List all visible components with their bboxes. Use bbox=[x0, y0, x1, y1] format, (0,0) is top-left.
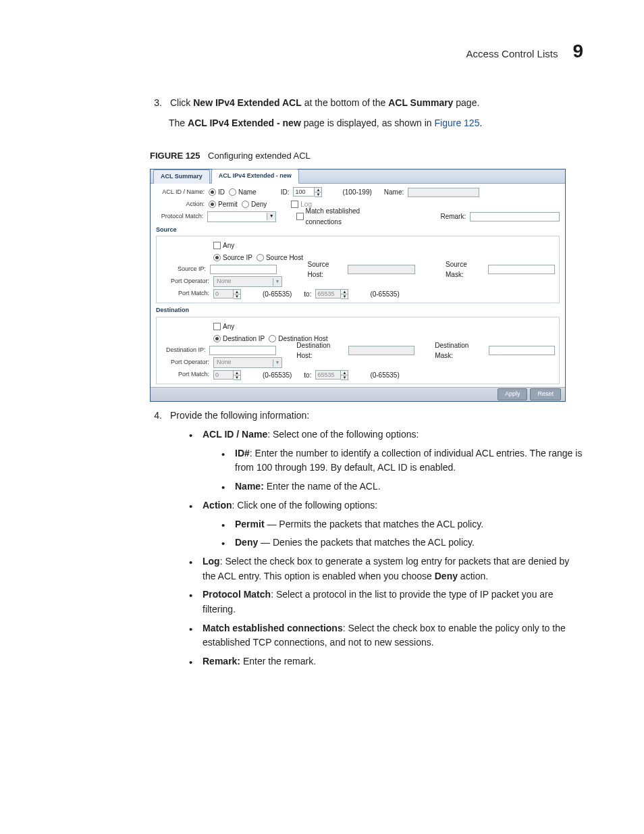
select-protocol[interactable]: ▼ bbox=[207, 211, 276, 222]
tab-acl-summary[interactable]: ACL Summary bbox=[153, 170, 210, 184]
checkbox-icon bbox=[213, 323, 221, 330]
apply-button[interactable]: Apply bbox=[498, 388, 528, 400]
radio-dot-icon bbox=[213, 335, 221, 342]
destination-host-input[interactable] bbox=[348, 346, 414, 355]
radio-dot-icon bbox=[213, 254, 221, 261]
label-source-host: Source Host: bbox=[308, 259, 344, 280]
chevron-down-icon: ▼ bbox=[273, 278, 281, 286]
page-header-number: 9 bbox=[572, 41, 583, 62]
label-destination-ip: Destination IP: bbox=[161, 346, 205, 355]
id-stepper[interactable]: 100 ▲▼ bbox=[293, 187, 322, 197]
select-destination-port-operator[interactable]: None▼ bbox=[213, 357, 282, 368]
destination-port-low-stepper[interactable]: 0▲▼ bbox=[213, 370, 241, 380]
radio-destination-ip[interactable]: Destination IP bbox=[213, 334, 265, 344]
label-source-mask: Source Mask: bbox=[446, 259, 484, 280]
radio-dot-icon bbox=[209, 188, 216, 196]
radio-dot-icon bbox=[229, 188, 236, 196]
step-number: 4. bbox=[150, 409, 162, 423]
page-header-title: Access Control Lists bbox=[466, 48, 558, 59]
radio-dot-icon bbox=[242, 201, 249, 208]
source-ip-input[interactable] bbox=[210, 265, 277, 274]
label-name: Name: bbox=[384, 187, 404, 198]
row-protocol-match: Protocol Match: ▼ Match established conn… bbox=[156, 211, 560, 223]
select-source-port-operator[interactable]: None▼ bbox=[213, 276, 282, 287]
source-port-high-stepper[interactable]: 65535▲▼ bbox=[315, 289, 348, 299]
source-host-input[interactable] bbox=[348, 265, 414, 274]
label-destination-port-operator: Port Operator: bbox=[161, 358, 209, 367]
radio-id[interactable]: ID bbox=[209, 187, 225, 198]
checkbox-icon bbox=[296, 213, 304, 220]
destination-port-high-stepper[interactable]: 65535▲▼ bbox=[315, 370, 348, 380]
radio-dot-icon bbox=[269, 335, 276, 342]
list-item: Remark: Enter the remark. bbox=[189, 654, 583, 669]
fieldset-destination: Any Destination IP Destination Host Dest… bbox=[156, 317, 560, 384]
chevron-down-icon: ▼ bbox=[267, 213, 275, 220]
radio-permit[interactable]: Permit bbox=[209, 199, 238, 210]
spinner-arrows-icon[interactable]: ▲▼ bbox=[315, 187, 322, 197]
acl-form-screenshot: ACL Summary ACL IPv4 Extended - new ACL … bbox=[150, 169, 566, 402]
radio-dot-icon bbox=[257, 254, 264, 261]
step-text: Click New IPv4 Extended ACL at the botto… bbox=[170, 96, 479, 111]
label-destination-mask: Destination Mask: bbox=[435, 340, 484, 361]
list-item: Action: Click one of the following optio… bbox=[189, 498, 583, 550]
remark-input[interactable] bbox=[470, 212, 560, 221]
id-range: (100-199) bbox=[342, 187, 371, 198]
destination-mask-input[interactable] bbox=[489, 346, 555, 355]
step-number: 3. bbox=[150, 96, 162, 111]
list-item: ID#: Enter the number to identify a coll… bbox=[221, 446, 583, 475]
label-acl-id-name: ACL ID / Name: bbox=[156, 188, 205, 197]
radio-source-host[interactable]: Source Host bbox=[257, 253, 303, 263]
step-4: 4. Provide the following information: bbox=[150, 409, 583, 423]
legend-destination: Destination bbox=[156, 306, 560, 315]
figure-link[interactable]: Figure 125 bbox=[434, 118, 479, 128]
step-text: Provide the following information: bbox=[170, 409, 309, 423]
step-3-sub: The ACL IPv4 Extended - new page is disp… bbox=[169, 116, 583, 131]
spinner-arrows-icon[interactable]: ▲▼ bbox=[341, 289, 348, 299]
chevron-down-icon: ▼ bbox=[273, 359, 281, 367]
id-input[interactable]: 100 bbox=[293, 187, 315, 197]
label-action: Action: bbox=[156, 200, 205, 209]
name-input[interactable] bbox=[408, 188, 479, 197]
label-id: ID: bbox=[281, 187, 290, 198]
list-item: Permit — Permits the packets that matche… bbox=[221, 517, 583, 532]
source-mask-input[interactable] bbox=[488, 265, 555, 274]
tab-acl-extended-new[interactable]: ACL IPv4 Extended - new bbox=[211, 169, 299, 184]
radio-dot-icon bbox=[209, 201, 216, 208]
radio-deny[interactable]: Deny bbox=[242, 199, 267, 210]
checkbox-source-any[interactable]: Any bbox=[213, 240, 234, 251]
checkbox-match-established[interactable]: Match established connections bbox=[296, 206, 396, 227]
label-source-port-match: Port Match: bbox=[161, 289, 209, 298]
list-item: Deny — Denies the packets that matches t… bbox=[221, 536, 583, 550]
radio-source-ip[interactable]: Source IP bbox=[213, 253, 252, 263]
row-acl-id-name: ACL ID / Name: ID Name ID: 100 ▲▼ (100-1… bbox=[156, 186, 560, 199]
tab-bar: ACL Summary ACL IPv4 Extended - new bbox=[151, 170, 565, 184]
label-source-port-operator: Port Operator: bbox=[161, 277, 209, 286]
list-item: Protocol Match: Select a protocol in the… bbox=[189, 588, 583, 617]
source-port-low-stepper[interactable]: 0▲▼ bbox=[213, 289, 241, 299]
spinner-arrows-icon[interactable]: ▲▼ bbox=[234, 370, 241, 380]
list-item: Log: Select the check box to generate a … bbox=[189, 554, 583, 583]
spinner-arrows-icon[interactable]: ▲▼ bbox=[341, 370, 348, 380]
label-remark: Remark: bbox=[440, 211, 466, 222]
radio-name[interactable]: Name bbox=[229, 187, 257, 198]
label-destination-port-match: Port Match: bbox=[161, 370, 209, 380]
list-item: ACL ID / Name: Select one of the followi… bbox=[189, 427, 583, 494]
instructions-list: ACL ID / Name: Select one of the followi… bbox=[189, 427, 583, 669]
label-destination-host: Destination Host: bbox=[296, 340, 344, 361]
button-bar: Apply Reset bbox=[151, 387, 565, 401]
fieldset-source: Any Source IP Source Host Source IP: Sou… bbox=[156, 236, 560, 303]
reset-button[interactable]: Reset bbox=[530, 388, 561, 400]
figure-caption: FIGURE 125 Configuring extended ACL bbox=[150, 149, 583, 163]
step-3: 3. Click New IPv4 Extended ACL at the bo… bbox=[150, 96, 583, 111]
checkbox-icon bbox=[213, 242, 221, 249]
spinner-arrows-icon[interactable]: ▲▼ bbox=[234, 289, 241, 299]
label-source-ip: Source IP: bbox=[161, 265, 206, 274]
checkbox-destination-any[interactable]: Any bbox=[213, 321, 234, 332]
destination-ip-input[interactable] bbox=[209, 346, 275, 355]
label-protocol-match: Protocol Match: bbox=[156, 212, 203, 221]
list-item: Match established connections: Select th… bbox=[189, 621, 583, 650]
page-header: Access Control Lists 9 bbox=[47, 41, 583, 62]
list-item: Name: Enter the name of the ACL. bbox=[221, 479, 583, 494]
